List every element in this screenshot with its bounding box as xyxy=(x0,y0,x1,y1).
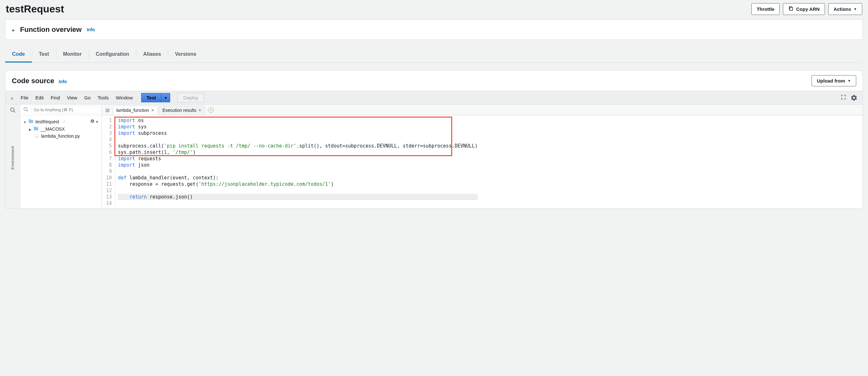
tree-root-label: testRequest xyxy=(35,119,59,124)
side-rail: Environment xyxy=(5,104,20,209)
fullscreen-icon[interactable] xyxy=(841,95,846,101)
tab-aliases[interactable]: Aliases xyxy=(136,47,168,62)
menu-edit[interactable]: Edit xyxy=(33,94,45,102)
code-source-info-link[interactable]: Info xyxy=(59,79,67,84)
function-tabs: CodeTestMonitorConfigurationAliasesVersi… xyxy=(5,47,863,63)
tree-file-label: lambda_function.py xyxy=(41,133,80,138)
page-title: testRequest xyxy=(6,3,64,15)
tab-code[interactable]: Code xyxy=(5,47,32,62)
pane-icon[interactable]: ▤ xyxy=(103,107,112,113)
gear-icon[interactable]: ▾ xyxy=(90,119,98,124)
code-line[interactable] xyxy=(118,168,478,175)
tree-folder[interactable]: __MACOSX xyxy=(22,125,99,132)
code-line[interactable]: import os xyxy=(118,117,478,124)
gear-icon[interactable] xyxy=(850,94,858,101)
add-tab-icon[interactable]: + xyxy=(208,107,214,113)
menu-go[interactable]: Go xyxy=(82,94,92,102)
search-icon[interactable] xyxy=(22,106,30,114)
code-line[interactable] xyxy=(118,136,478,143)
tree-file[interactable]: ⬥ lambda_function.py xyxy=(22,132,99,139)
svg-text:⬥: ⬥ xyxy=(36,135,38,138)
editor-tab-active[interactable]: lambda_function ✕ xyxy=(113,106,158,115)
function-overview-title: Function overview xyxy=(20,26,82,34)
chevron-down-icon: ▼ xyxy=(847,79,851,83)
menu-file[interactable]: File xyxy=(19,94,30,102)
actions-button[interactable]: Actions ▼ xyxy=(828,3,862,15)
go-to-anything-input[interactable] xyxy=(32,106,99,114)
code-line[interactable]: import sys xyxy=(118,124,478,130)
upload-from-label: Upload from xyxy=(817,78,845,84)
copy-arn-button[interactable]: Copy ARN xyxy=(783,3,825,15)
chevron-down-icon xyxy=(23,119,26,124)
tab-configuration[interactable]: Configuration xyxy=(89,47,136,62)
tab-test[interactable]: Test xyxy=(32,47,56,62)
actions-label: Actions xyxy=(834,6,851,12)
code-line[interactable]: import requests xyxy=(118,156,478,162)
function-overview-info-link[interactable]: Info xyxy=(87,27,95,32)
search-icon[interactable] xyxy=(10,107,16,115)
function-overview-panel: Function overview Info xyxy=(5,20,863,40)
tree-folder-label: __MACOSX xyxy=(40,126,65,132)
editor-tab-active-label: lambda_function xyxy=(116,108,149,113)
upload-from-button[interactable]: Upload from ▼ xyxy=(812,75,856,86)
folder-icon xyxy=(28,119,33,124)
code-line[interactable] xyxy=(118,187,478,194)
close-icon[interactable]: ✕ xyxy=(151,108,154,113)
editor-tab-inactive[interactable]: Execution results ✕ xyxy=(159,106,205,115)
throttle-button[interactable]: Throttle xyxy=(751,3,780,15)
code-line[interactable]: import json xyxy=(118,162,478,168)
editor-tab-strip: ▤ lambda_function ✕ Execution results ✕ … xyxy=(102,104,863,115)
tree-root-suffix: - / xyxy=(61,119,65,124)
close-icon[interactable]: ✕ xyxy=(198,108,202,113)
svg-rect-0 xyxy=(790,8,793,10)
copy-icon xyxy=(788,6,794,12)
expand-toggle-icon[interactable] xyxy=(12,27,15,32)
test-button[interactable]: Test xyxy=(141,93,161,102)
code-source-panel: Code source Info Upload from ▼ ▲ File Ed… xyxy=(5,70,863,209)
code-line[interactable]: response = requests.get('https://jsonpla… xyxy=(118,181,478,187)
menu-window[interactable]: Window xyxy=(114,94,134,102)
code-source-title: Code source xyxy=(12,77,54,85)
deploy-button: Deploy xyxy=(177,93,204,102)
svg-point-2 xyxy=(24,107,27,111)
code-editor[interactable]: 1234567891011121314 import osimport sysi… xyxy=(102,115,863,209)
side-rail-environment-label[interactable]: Environment xyxy=(10,146,15,169)
test-button-dropdown[interactable]: ▼ xyxy=(161,93,170,102)
svg-point-1 xyxy=(10,108,14,111)
file-explorer: testRequest - / ▾ __MACOSX xyxy=(20,104,102,209)
code-line[interactable]: def lambda_handler(event, context): xyxy=(118,175,478,181)
code-line[interactable]: subprocess.call('pip install requests -t… xyxy=(118,143,478,149)
editor-toolbar: ▲ File Edit Find View Go Tools Window Te… xyxy=(5,91,863,104)
editor-tab-inactive-label: Execution results xyxy=(162,108,196,113)
folder-icon xyxy=(33,126,38,132)
tab-monitor[interactable]: Monitor xyxy=(56,47,89,62)
chevron-right-icon xyxy=(29,126,32,132)
code-line[interactable]: import subprocess xyxy=(118,130,478,136)
code-line[interactable]: return response.json() xyxy=(118,194,478,200)
tab-versions[interactable]: Versions xyxy=(168,47,203,62)
menu-find[interactable]: Find xyxy=(49,94,62,102)
cloud9-menu-icon[interactable]: ▲ xyxy=(9,95,16,100)
code-line[interactable]: sys.path.insert(1, '/tmp/') xyxy=(118,149,478,156)
chevron-down-icon: ▼ xyxy=(854,7,857,11)
code-line[interactable] xyxy=(118,200,478,207)
python-file-icon: ⬥ xyxy=(34,133,39,138)
tree-root[interactable]: testRequest - / ▾ xyxy=(22,118,99,125)
copy-arn-label: Copy ARN xyxy=(796,6,819,12)
menu-view[interactable]: View xyxy=(65,94,79,102)
menu-tools[interactable]: Tools xyxy=(96,94,111,102)
